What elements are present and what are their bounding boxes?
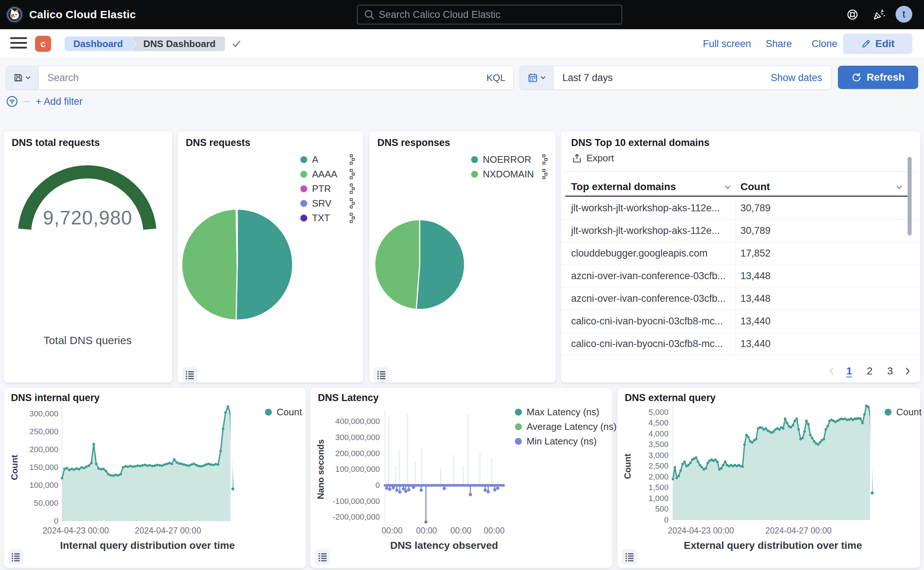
- panel-list-icon[interactable]: [374, 367, 389, 382]
- cell-domain: jlt-worksh-jlt-workshop-aks-112e...: [571, 197, 720, 219]
- filter-row: + Add filter: [6, 94, 83, 109]
- space-avatar[interactable]: c: [35, 36, 51, 52]
- cell-domain: jlt-worksh-jlt-workshop-aks-112e...: [571, 219, 720, 242]
- time-range-value[interactable]: Last 7 days: [553, 72, 771, 84]
- panel-dns-latency: DNS Latency Max Latency (ns)Average Late…: [311, 388, 612, 568]
- pie-chart-responses: [369, 131, 556, 382]
- dns-dashboard-app: Calico Cloud Elastic t c Dashboard: [0, 0, 924, 570]
- top-navigation-bar: Calico Cloud Elastic t: [0, 0, 924, 29]
- breadcrumb-current[interactable]: DNS Dashboard: [130, 37, 225, 51]
- clone-button[interactable]: Clone: [812, 29, 838, 58]
- show-dates-button[interactable]: Show dates: [771, 72, 831, 84]
- x-tick-label: 00:00: [416, 526, 437, 536]
- help-icon[interactable]: [846, 8, 859, 21]
- pencil-icon: [861, 39, 871, 49]
- add-filter-button[interactable]: + Add filter: [36, 96, 83, 107]
- cell-count: 30,789: [740, 219, 771, 242]
- chevron-down-icon[interactable]: [724, 183, 732, 191]
- x-tick-label: 2024-04-23 00:00: [668, 526, 734, 536]
- global-search[interactable]: [357, 5, 622, 25]
- cell-domain: azcni-over-ivan-conference-03cfb...: [571, 265, 725, 287]
- chart-subtitle: External query distribution over time: [684, 540, 862, 552]
- edit-button[interactable]: Edit: [843, 34, 912, 54]
- cell-domain: azcni-over-ivan-conference-03cfb...: [571, 287, 725, 310]
- export-icon: [572, 153, 582, 164]
- table-row: jlt-worksh-jlt-workshop-aks-112e...30,78…: [561, 197, 920, 220]
- pagination-page-3[interactable]: 3: [883, 363, 898, 379]
- pagination-prev-icon[interactable]: [827, 366, 837, 376]
- chart-subtitle: Internal query distribution over time: [60, 540, 234, 552]
- chevron-down-icon[interactable]: [895, 183, 903, 191]
- cell-count: 13,448: [740, 287, 771, 310]
- divider: [565, 172, 916, 172]
- table-row: calico-cni-ivan-byocni-03cfb8-mc...13,44…: [561, 332, 920, 355]
- news-feed-icon[interactable]: [872, 8, 885, 21]
- kql-language-button[interactable]: KQL: [486, 72, 513, 84]
- panel-list-icon[interactable]: [182, 367, 198, 382]
- chart-subtitle: DNS latency observed: [390, 540, 498, 552]
- app-title: Calico Cloud Elastic: [29, 0, 136, 29]
- cell-count: 13,440: [740, 310, 771, 332]
- panel-top-external-domains: DNS Top 10 external domains Export Top e…: [561, 131, 920, 382]
- calico-logo[interactable]: [6, 6, 23, 23]
- x-tick-label: 2024-04-23 00:00: [43, 526, 109, 536]
- table-row: azcni-over-ivan-conference-03cfb...13,44…: [561, 287, 920, 310]
- check-icon[interactable]: [230, 38, 243, 50]
- column-header-domains[interactable]: Top external domains: [571, 181, 676, 193]
- panel-list-icon[interactable]: [315, 549, 330, 564]
- chevron-down-icon: [25, 75, 31, 81]
- table-header: Top external domains Count: [561, 178, 920, 196]
- save-icon: [14, 73, 23, 83]
- search-icon: [358, 9, 378, 20]
- panel-list-icon[interactable]: [622, 549, 637, 564]
- pagination: 123: [827, 363, 912, 379]
- menu-icon[interactable]: [10, 37, 27, 51]
- refresh-button[interactable]: Refresh: [838, 66, 918, 89]
- share-button[interactable]: Share: [766, 29, 792, 58]
- table-row: calico-cni-ivan-byocni-03cfb8-mc...13,44…: [561, 310, 920, 333]
- filter-icon[interactable]: [6, 95, 18, 108]
- x-tick-label: 00:00: [451, 526, 472, 536]
- kql-search-input[interactable]: [39, 66, 486, 89]
- cell-count: 13,448: [740, 265, 771, 287]
- breadcrumb-dashboard[interactable]: Dashboard: [64, 37, 136, 51]
- table-scrollbar[interactable]: [907, 157, 912, 235]
- refresh-icon: [851, 72, 861, 83]
- cell-domain: calico-cni-ivan-byocni-03cfb8-mc...: [571, 332, 723, 355]
- panel-dns-responses: DNS responses NOERRORNXDOMAIN: [369, 131, 556, 382]
- gauge-caption: Total DNS queries: [4, 334, 172, 347]
- date-quick-select[interactable]: [520, 66, 553, 89]
- pie-chart-requests: [178, 131, 363, 382]
- table-row: clouddebugger.googleapis.com17,852: [561, 242, 920, 265]
- cell-count: 17,852: [740, 242, 771, 265]
- panel-dns-total-requests: DNS total requests 9,720,980 Total DNS q…: [4, 131, 172, 382]
- global-search-input[interactable]: [378, 9, 622, 21]
- table-row: jlt-worksh-jlt-workshop-aks-112e...30,78…: [561, 219, 920, 242]
- calendar-icon: [528, 73, 538, 83]
- x-tick-label: 00:00: [382, 526, 403, 536]
- column-divider: [736, 197, 736, 355]
- panel-title: DNS Top 10 external domains: [571, 137, 709, 149]
- export-button[interactable]: Export: [572, 153, 614, 164]
- full-screen-button[interactable]: Full screen: [703, 29, 751, 58]
- cell-count: 13,440: [740, 332, 771, 355]
- x-tick-label: 2024-04-27 00:00: [135, 526, 201, 536]
- panel-dns-internal-query: DNS internal query Count 300,000250,0002…: [4, 388, 306, 568]
- date-picker: Last 7 days Show dates: [519, 66, 831, 90]
- panel-dns-external-query: DNS external query Count 5,0004,5004,000…: [618, 388, 920, 568]
- panel-dns-requests: DNS requests AAAAAPTRSRVTXT: [178, 131, 363, 382]
- cell-count: 30,789: [740, 197, 771, 219]
- saved-query-menu[interactable]: [6, 66, 39, 89]
- filter-divider: [23, 101, 30, 102]
- x-tick-label: 00:00: [484, 526, 505, 536]
- pagination-next-icon[interactable]: [903, 366, 912, 376]
- pagination-page-2[interactable]: 2: [862, 363, 877, 379]
- gauge-value: 9,720,980: [4, 207, 172, 229]
- x-tick-label: 2024-04-27 00:00: [765, 526, 832, 536]
- user-avatar[interactable]: t: [895, 6, 912, 23]
- table-row: azcni-over-ivan-conference-03cfb...13,44…: [561, 265, 920, 288]
- pagination-page-1[interactable]: 1: [841, 363, 857, 379]
- panel-list-icon[interactable]: [8, 549, 23, 564]
- column-header-count[interactable]: Count: [740, 181, 770, 193]
- query-bar: KQL: [6, 66, 514, 90]
